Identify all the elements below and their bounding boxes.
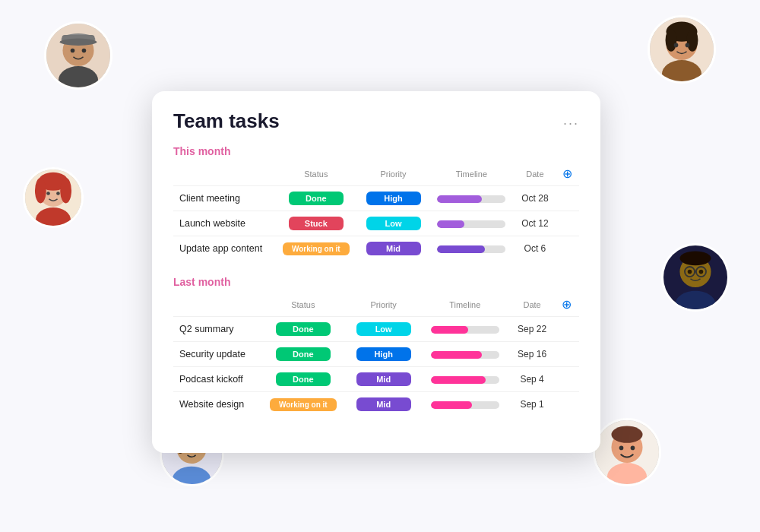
date-cell: Oct 12 [515, 211, 556, 236]
add-col-2[interactable]: ⊕ [555, 294, 579, 317]
task-name: Update app content [173, 236, 274, 261]
avatar-top-right [648, 15, 716, 84]
col-timeline-2: Timeline [420, 294, 509, 317]
svg-point-6 [71, 49, 75, 53]
priority-cell[interactable]: Mid [347, 367, 420, 392]
status-badge[interactable]: Done [289, 192, 344, 205]
priority-badge[interactable]: High [356, 347, 411, 361]
svg-point-14 [674, 43, 679, 48]
timeline-cell [429, 186, 514, 211]
status-cell[interactable]: Done [260, 342, 347, 367]
timeline-bar [437, 220, 464, 228]
timeline-bar-wrap [437, 220, 505, 228]
priority-cell[interactable]: Low [347, 317, 420, 342]
status-cell[interactable]: Working on it [274, 236, 358, 261]
col-task-2 [173, 294, 260, 317]
task-name: Launch website [173, 211, 274, 236]
status-badge[interactable]: Done [276, 322, 331, 336]
svg-point-15 [686, 43, 690, 48]
card-menu-button[interactable]: ... [563, 112, 579, 128]
card-title: Team tasks [173, 109, 280, 133]
card-header: Team tasks ... [173, 109, 579, 133]
priority-cell[interactable]: Mid [347, 392, 420, 417]
col-status-1: Status [274, 163, 358, 186]
status-cell[interactable]: Done [274, 186, 358, 211]
timeline-bar [437, 245, 485, 253]
svg-point-21 [60, 178, 71, 203]
col-task [173, 163, 274, 186]
priority-cell[interactable]: Mid [358, 236, 429, 261]
svg-point-43 [611, 426, 642, 442]
status-cell[interactable]: Working on it [260, 392, 347, 417]
col-date-1: Date [515, 163, 556, 186]
section-this-month: This month Status Priority Timeline Date… [173, 145, 579, 261]
this-month-table: Status Priority Timeline Date ⊕ Client m… [173, 163, 579, 261]
priority-cell[interactable]: High [347, 342, 420, 367]
table-row: Client meeting Done High Oct 28 [173, 186, 579, 211]
timeline-cell [429, 211, 514, 236]
svg-point-27 [679, 251, 711, 265]
col-status-2: Status [260, 294, 347, 317]
timeline-bar-wrap [431, 351, 499, 359]
status-cell[interactable]: Done [260, 367, 347, 392]
table-row: Security update Done High Sep 16 [173, 342, 579, 367]
task-name: Security update [173, 342, 260, 367]
col-priority-1: Priority [358, 163, 429, 186]
date-cell: Sep 22 [509, 317, 555, 342]
status-badge[interactable]: Stuck [289, 217, 344, 230]
priority-cell[interactable]: Low [358, 211, 429, 236]
svg-point-7 [82, 49, 87, 53]
svg-point-32 [699, 270, 704, 274]
timeline-bar-wrap [437, 245, 505, 253]
task-name: Podcast kickoff [173, 367, 260, 392]
status-badge[interactable]: Done [276, 347, 331, 361]
avatar-bottom-right [593, 418, 661, 486]
avatar-middle-left [23, 167, 84, 228]
priority-badge[interactable]: Mid [356, 397, 411, 411]
table-row: Website design Working on it Mid Sep 1 [173, 392, 579, 417]
priority-badge[interactable]: High [366, 192, 421, 205]
section-last-month: Last month Status Priority Timeline Date… [173, 276, 579, 416]
svg-point-22 [46, 192, 50, 195]
priority-badge[interactable]: Mid [366, 242, 421, 255]
task-name: Client meeting [173, 186, 274, 211]
status-badge[interactable]: Working on it [270, 398, 337, 411]
svg-point-23 [56, 192, 60, 195]
col-timeline-1: Timeline [429, 163, 514, 186]
status-badge[interactable]: Done [276, 372, 331, 386]
timeline-bar-wrap [431, 326, 499, 334]
task-card: Team tasks ... This month Status Priorit… [152, 91, 600, 453]
avatar-top-left [44, 21, 112, 90]
timeline-bar [437, 195, 482, 203]
status-cell[interactable]: Done [260, 317, 347, 342]
priority-badge[interactable]: Low [356, 322, 411, 336]
svg-point-20 [35, 178, 46, 203]
timeline-bar [431, 351, 483, 359]
timeline-cell [420, 392, 509, 417]
priority-badge[interactable]: Low [366, 217, 421, 230]
status-badge[interactable]: Working on it [283, 242, 350, 255]
svg-point-44 [619, 446, 624, 451]
svg-point-13 [687, 29, 698, 52]
task-name: Q2 summary [173, 317, 260, 342]
add-col-1[interactable]: ⊕ [556, 163, 579, 186]
date-cell: Oct 28 [515, 186, 556, 211]
col-date-2: Date [509, 294, 555, 317]
timeline-cell [420, 317, 509, 342]
status-cell[interactable]: Stuck [274, 211, 358, 236]
table-row: Update app content Working on it Mid Oct… [173, 236, 579, 261]
timeline-bar-wrap [431, 401, 499, 409]
timeline-bar [431, 376, 486, 384]
date-cell: Oct 6 [515, 236, 556, 261]
section-title-last-month: Last month [173, 276, 579, 288]
date-cell: Sep 4 [509, 367, 555, 392]
priority-cell[interactable]: High [358, 186, 429, 211]
last-month-table: Status Priority Timeline Date ⊕ Q2 summa… [173, 294, 579, 416]
timeline-cell [420, 342, 509, 367]
timeline-bar [431, 326, 469, 334]
timeline-bar-wrap [437, 195, 505, 203]
task-name: Website design [173, 392, 260, 417]
table-row: Q2 summary Done Low Sep 22 [173, 317, 579, 342]
table-row: Podcast kickoff Done Mid Sep 4 [173, 367, 579, 392]
priority-badge[interactable]: Mid [356, 372, 411, 386]
